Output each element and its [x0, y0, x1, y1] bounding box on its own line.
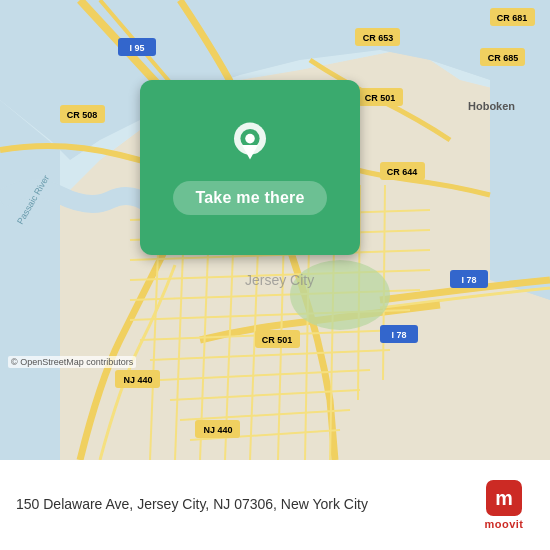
take-me-there-button[interactable]: Take me there: [173, 181, 326, 215]
location-pin-icon: [226, 121, 274, 169]
address-block: 150 Delaware Ave, Jersey City, NJ 07306,…: [16, 495, 464, 515]
moovit-label: moovit: [484, 518, 523, 530]
svg-text:Hoboken: Hoboken: [468, 100, 515, 112]
svg-text:CR 653: CR 653: [363, 33, 394, 43]
moovit-logo: m moovit: [474, 480, 534, 530]
svg-marker-2: [0, 100, 60, 460]
svg-text:CR 501: CR 501: [262, 335, 293, 345]
map-attribution: © OpenStreetMap contributors: [8, 356, 136, 368]
bottom-bar: 150 Delaware Ave, Jersey City, NJ 07306,…: [0, 460, 550, 550]
svg-text:m: m: [495, 487, 513, 509]
svg-text:CR 508: CR 508: [67, 110, 98, 120]
svg-text:NJ 440: NJ 440: [203, 425, 232, 435]
svg-point-27: [290, 260, 390, 330]
svg-marker-3: [490, 0, 550, 300]
address-text: 150 Delaware Ave, Jersey City, NJ 07306,…: [16, 496, 368, 512]
svg-text:I 78: I 78: [391, 330, 406, 340]
svg-text:CR 644: CR 644: [387, 167, 418, 177]
svg-text:CR 681: CR 681: [497, 13, 528, 23]
moovit-icon: m: [486, 480, 522, 516]
svg-point-58: [245, 133, 255, 143]
map-container: CR 681 CR 653 CR 685 I 95 CR 508 CR 501 …: [0, 0, 550, 460]
card-overlay: Take me there: [140, 80, 360, 255]
svg-text:CR 501: CR 501: [365, 93, 396, 103]
svg-text:I 95: I 95: [129, 43, 144, 53]
svg-text:Jersey City: Jersey City: [245, 272, 314, 288]
svg-text:NJ 440: NJ 440: [123, 375, 152, 385]
svg-text:CR 685: CR 685: [488, 53, 519, 63]
svg-text:I 78: I 78: [461, 275, 476, 285]
